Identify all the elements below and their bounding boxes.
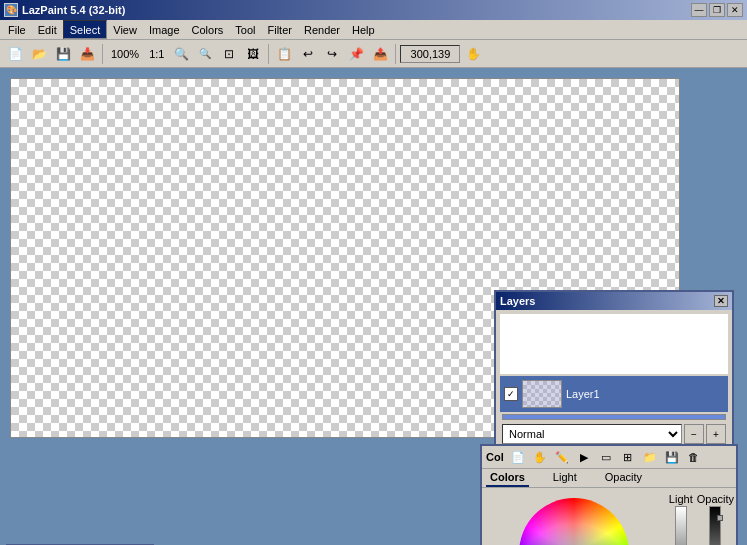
layer-name-label: Layer1 xyxy=(566,388,724,400)
menu-view[interactable]: View xyxy=(107,20,143,39)
light-column: Light xyxy=(667,488,695,545)
colors-edit-btn[interactable]: ✏️ xyxy=(552,448,572,466)
main-toolbar: 📄 📂 💾 📥 100% 1:1 🔍 🔍 ⊡ 🖼 📋 ↩ ↪ 📌 📤 300,1… xyxy=(0,40,747,68)
layers-content: ✓ Layer1 Normal Multiply Screen Overlay … xyxy=(496,310,732,448)
colors-delete-btn[interactable]: 🗑 xyxy=(684,448,704,466)
sep3 xyxy=(395,44,396,64)
undo-button[interactable]: ↩ xyxy=(297,43,319,65)
paste-button[interactable]: 📌 xyxy=(345,43,367,65)
app-title: LazPaint 5.4 (32-bit) xyxy=(22,4,125,16)
colors-pattern-btn[interactable]: ⊞ xyxy=(618,448,638,466)
layer-thumbnail xyxy=(522,380,562,408)
zoom-minus-button[interactable]: − xyxy=(684,424,704,444)
open-button[interactable]: 📂 xyxy=(28,43,50,65)
colors-main: Light Opacity xyxy=(482,488,736,545)
menu-image[interactable]: Image xyxy=(143,20,186,39)
opacity-label: Opacity xyxy=(697,492,734,506)
opacity-handle[interactable] xyxy=(717,515,723,521)
layers-close-button[interactable]: ✕ xyxy=(714,295,728,307)
menu-select[interactable]: Select xyxy=(63,20,108,39)
color-wheel[interactable] xyxy=(519,498,629,545)
opacity-column: Opacity xyxy=(695,488,736,545)
main-area: Layers ✕ ✓ Layer1 Normal Multiply Screen… xyxy=(0,68,747,545)
layers-title: Layers xyxy=(500,295,535,307)
colors-panel-label: Col xyxy=(484,451,506,463)
hand-tool[interactable]: ✋ xyxy=(462,43,484,65)
layer-list-empty-area xyxy=(500,314,728,374)
screenshot-button[interactable]: 🖼 xyxy=(242,43,264,65)
colors-gradient-btn[interactable]: ▭ xyxy=(596,448,616,466)
zoom-level-label: 100% xyxy=(107,48,143,60)
layer-progress-bar xyxy=(502,414,726,420)
menu-filter[interactable]: Filter xyxy=(262,20,298,39)
layers-panel: Layers ✕ ✓ Layer1 Normal Multiply Screen… xyxy=(494,290,734,450)
colors-panel: Col 📄 ✋ ✏️ ▶ ▭ ⊞ 📁 💾 🗑 Colors Light Opac… xyxy=(480,444,738,545)
restore-button[interactable]: ❐ xyxy=(709,3,725,17)
zoom-ratio-label: 1:1 xyxy=(145,48,168,60)
blend-mode-select[interactable]: Normal Multiply Screen Overlay xyxy=(502,424,682,444)
menu-bar: File Edit Select View Image Colors Tool … xyxy=(0,20,747,40)
menu-colors[interactable]: Colors xyxy=(186,20,230,39)
light-bar[interactable] xyxy=(675,506,687,545)
colors-tool3[interactable]: ▶ xyxy=(574,448,594,466)
minimize-button[interactable]: — xyxy=(691,3,707,17)
layer-row[interactable]: ✓ Layer1 xyxy=(500,376,728,412)
zoom-in-button[interactable]: 🔍 xyxy=(170,43,192,65)
menu-help[interactable]: Help xyxy=(346,20,381,39)
menu-edit[interactable]: Edit xyxy=(32,20,63,39)
save-button[interactable]: 💾 xyxy=(52,43,74,65)
close-button[interactable]: ✕ xyxy=(727,3,743,17)
save-as-button[interactable]: 📥 xyxy=(76,43,98,65)
layer-thumb-overlay xyxy=(523,381,561,407)
title-bar: 🎨 LazPaint 5.4 (32-bit) — ❐ ✕ xyxy=(0,0,747,20)
menu-file[interactable]: File xyxy=(2,20,32,39)
tab-colors[interactable]: Colors xyxy=(486,469,529,487)
tab-opacity[interactable]: Opacity xyxy=(601,469,646,487)
colors-tabs: Colors Light Opacity xyxy=(482,469,736,488)
title-bar-buttons: — ❐ ✕ xyxy=(691,3,743,17)
coordinates-display: 300,139 xyxy=(400,45,460,63)
menu-tool[interactable]: Tool xyxy=(229,20,261,39)
layer-visibility-check[interactable]: ✓ xyxy=(504,387,518,401)
colors-pick-btn[interactable]: ✋ xyxy=(530,448,550,466)
redo-button[interactable]: ↪ xyxy=(321,43,343,65)
menu-render[interactable]: Render xyxy=(298,20,346,39)
colors-save-btn[interactable]: 💾 xyxy=(662,448,682,466)
color-wheel-container[interactable] xyxy=(482,488,667,545)
export-button[interactable]: 📤 xyxy=(369,43,391,65)
zoom-out-button[interactable]: 🔍 xyxy=(194,43,216,65)
app-icon: 🎨 xyxy=(4,3,18,17)
colors-folder-btn[interactable]: 📁 xyxy=(640,448,660,466)
color-wheel-dark-overlay xyxy=(519,498,629,545)
sep1 xyxy=(102,44,103,64)
opacity-bar[interactable] xyxy=(709,506,721,545)
blend-mode-row: Normal Multiply Screen Overlay − + xyxy=(498,422,730,446)
title-bar-left: 🎨 LazPaint 5.4 (32-bit) xyxy=(4,3,125,17)
new-button[interactable]: 📄 xyxy=(4,43,26,65)
light-label: Light xyxy=(669,492,693,506)
colors-new-btn[interactable]: 📄 xyxy=(508,448,528,466)
layers-title-bar: Layers ✕ xyxy=(496,292,732,310)
copy-button[interactable]: 📋 xyxy=(273,43,295,65)
colors-toolbar: Col 📄 ✋ ✏️ ▶ ▭ ⊞ 📁 💾 🗑 xyxy=(482,446,736,469)
fit-button[interactable]: ⊡ xyxy=(218,43,240,65)
sep2 xyxy=(268,44,269,64)
tab-light[interactable]: Light xyxy=(549,469,581,487)
zoom-plus-button[interactable]: + xyxy=(706,424,726,444)
